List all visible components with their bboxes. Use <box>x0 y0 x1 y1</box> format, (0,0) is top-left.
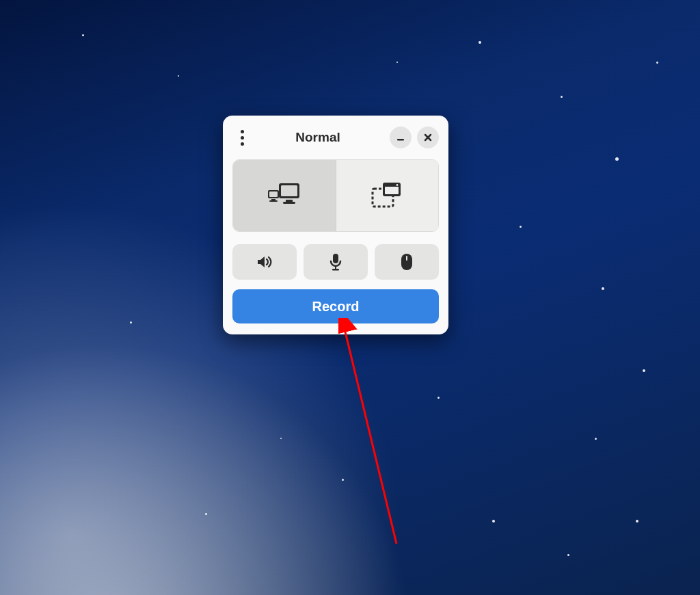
star <box>615 157 619 161</box>
svg-rect-7 <box>271 199 275 200</box>
svg-rect-8 <box>269 200 278 202</box>
star <box>130 321 132 323</box>
star <box>492 520 495 523</box>
microphone-toggle[interactable] <box>304 244 368 280</box>
mode-screen-button[interactable] <box>233 160 336 231</box>
star <box>479 41 481 44</box>
speaker-icon <box>255 252 274 272</box>
star <box>82 34 84 36</box>
screen-icon <box>264 181 305 211</box>
close-icon <box>423 133 433 142</box>
star <box>595 438 597 440</box>
speaker-toggle[interactable] <box>232 244 297 280</box>
star <box>602 287 604 290</box>
svg-line-18 <box>344 326 396 544</box>
minimize-button[interactable] <box>390 127 412 148</box>
toggle-row <box>232 244 439 280</box>
star <box>396 62 398 63</box>
svg-point-12 <box>396 184 399 186</box>
star <box>561 96 563 98</box>
svg-rect-15 <box>332 269 339 271</box>
svg-rect-14 <box>335 266 336 269</box>
svg-rect-17 <box>406 256 407 261</box>
star <box>438 397 440 399</box>
window-title: Normal <box>252 130 384 145</box>
mouse-icon <box>399 252 414 272</box>
close-button[interactable] <box>417 127 439 148</box>
microphone-icon <box>327 252 344 272</box>
svg-rect-11 <box>385 187 399 194</box>
wallpaper-edge <box>0 41 160 595</box>
menu-button[interactable] <box>232 130 252 146</box>
record-button[interactable]: Record <box>232 289 439 323</box>
svg-rect-0 <box>397 139 404 141</box>
star <box>656 62 658 64</box>
svg-rect-6 <box>269 191 278 197</box>
mouse-toggle[interactable] <box>375 244 439 280</box>
star <box>205 513 207 515</box>
mode-selection-button[interactable] <box>336 160 439 231</box>
svg-rect-4 <box>283 202 295 204</box>
recorder-window: Normal <box>223 116 448 334</box>
star <box>178 75 179 77</box>
capture-mode-group <box>232 159 439 232</box>
minimize-icon <box>396 133 405 142</box>
star <box>520 226 522 228</box>
selection-icon <box>369 181 405 211</box>
star <box>636 520 638 523</box>
star <box>643 369 645 372</box>
titlebar: Normal <box>232 124 439 151</box>
svg-rect-3 <box>286 200 293 202</box>
star <box>342 479 344 481</box>
desktop-wallpaper: Normal <box>0 0 700 595</box>
star <box>567 554 569 556</box>
annotation-arrow <box>338 318 420 557</box>
svg-rect-2 <box>281 185 297 196</box>
star <box>280 438 282 439</box>
record-button-label: Record <box>312 299 360 315</box>
svg-rect-13 <box>333 254 338 263</box>
